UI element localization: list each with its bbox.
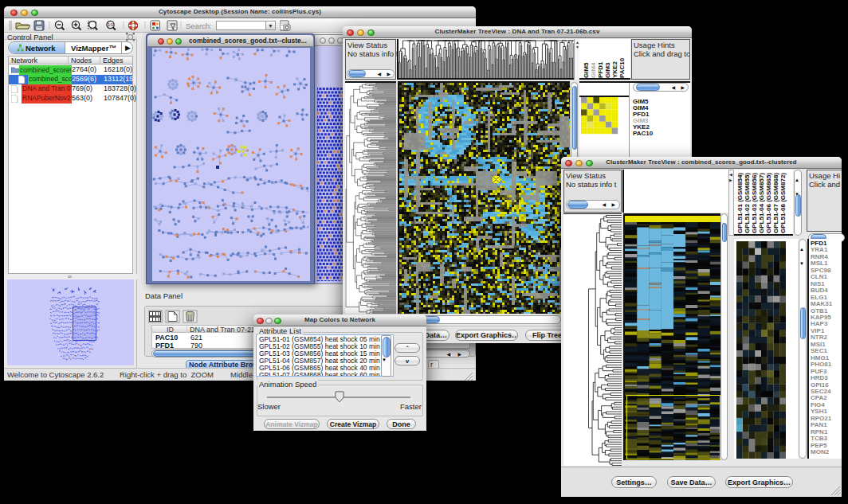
svg-text:1:1: 1:1 (108, 23, 113, 27)
